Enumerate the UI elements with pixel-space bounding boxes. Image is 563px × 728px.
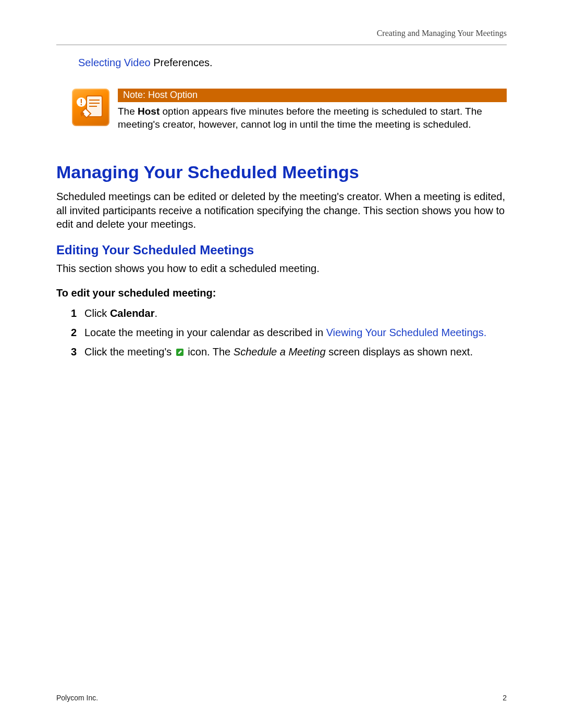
- step-text: Click the meeting's icon. The Schedule a…: [84, 345, 507, 360]
- viewing-meetings-link[interactable]: Viewing Your Scheduled Meetings.: [326, 327, 487, 338]
- subsection-heading: Editing Your Scheduled Meetings: [56, 243, 507, 257]
- steps-list: 1 Click Calendar. 2 Locate the meeting i…: [56, 306, 507, 360]
- svg-text:!: !: [80, 98, 82, 107]
- footer-page-number: 2: [503, 694, 507, 702]
- alert-note-icon: !: [72, 89, 109, 126]
- note-text: The Host option appears five minutes bef…: [118, 102, 507, 131]
- page-footer: Polycom Inc. 2: [56, 694, 507, 702]
- note-callout: ! Note: Host Option The Host option appe…: [72, 89, 507, 131]
- footer-company: Polycom Inc.: [56, 694, 98, 702]
- step-number: 3: [71, 346, 79, 358]
- note-body: Note: Host Option The Host option appear…: [118, 89, 507, 131]
- note-title: Note: Host Option: [118, 89, 507, 102]
- intro-rest: Preferences.: [151, 57, 213, 68]
- step-item: 2 Locate the meeting in your calendar as…: [71, 326, 507, 340]
- section-body: Scheduled meetings can be edited or dele…: [56, 190, 507, 231]
- intro-line: Selecting Video Preferences.: [78, 57, 507, 69]
- step-item: 3 Click the meeting's icon. The Schedule…: [71, 345, 507, 360]
- document-page: Creating and Managing Your Meetings Sele…: [0, 0, 563, 728]
- section-heading: Managing Your Scheduled Meetings: [56, 162, 507, 182]
- step-number: 1: [71, 307, 79, 319]
- header-divider: [56, 44, 507, 45]
- selecting-video-link[interactable]: Selecting Video: [78, 57, 151, 68]
- step-text: Locate the meeting in your calendar as d…: [84, 326, 507, 340]
- page-header-breadcrumb: Creating and Managing Your Meetings: [56, 29, 507, 38]
- task-title: To edit your scheduled meeting:: [56, 287, 507, 299]
- subsection-lead: This section shows you how to edit a sch…: [56, 263, 507, 275]
- edit-icon: [176, 346, 184, 360]
- step-text: Click Calendar.: [84, 306, 507, 320]
- step-item: 1 Click Calendar.: [71, 306, 507, 320]
- step-number: 2: [71, 327, 79, 339]
